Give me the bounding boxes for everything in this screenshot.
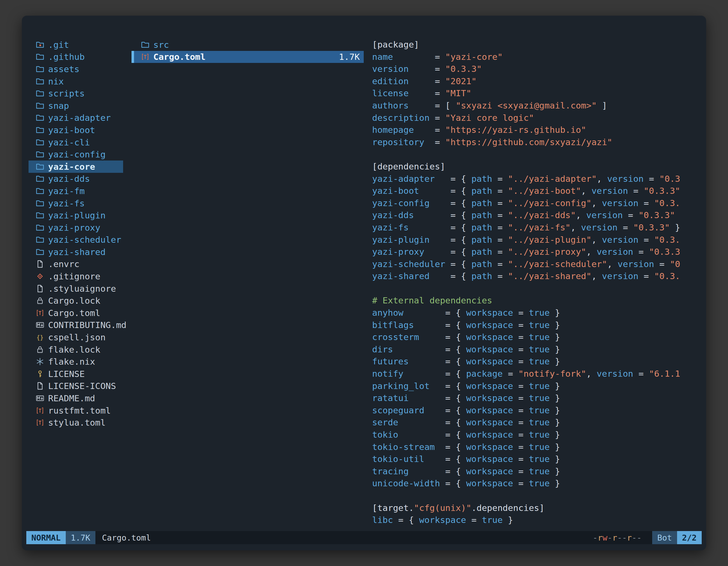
preview-line: yazi-fs = { path = "../yazi-fs", version… [372,222,694,234]
list-item[interactable]: {}cspell.json [29,331,123,343]
lock-icon [36,296,44,305]
list-item[interactable]: Cargo.toml [29,307,123,319]
list-item[interactable]: yazi-shared [29,246,123,258]
preview-line: tokio-util = { workspace = true } [372,453,694,465]
file-name: yazi-adapter [48,113,111,123]
file-name: CONTRIBUTING.md [48,320,126,330]
list-item[interactable]: yazi-config [29,148,123,161]
toml-icon [36,418,44,427]
preview-line: scopeguard = { workspace = true } [372,404,694,417]
preview-line: license = "MIT" [372,87,694,100]
file-name: flake.lock [48,344,100,354]
folder-icon [36,163,44,171]
list-item[interactable]: CONTRIBUTING.md [29,319,123,331]
file-name: LICENSE-ICONS [48,381,116,391]
list-item[interactable]: yazi-proxy [29,222,123,234]
folder-icon [36,236,44,244]
list-item[interactable]: assets [29,63,123,75]
terminal-window: .git.githubassetsnixscriptssnapyazi-adap… [22,16,706,550]
file-name: yazi-scheduler [48,235,121,245]
list-item[interactable]: yazi-boot [29,124,123,136]
file-name: LICENSE [48,369,85,379]
list-item[interactable]: flake.lock [29,343,123,356]
preview-line: yazi-dds = { path = "../yazi-dds", versi… [372,209,694,222]
file-name: snap [48,101,69,111]
file-name: Cargo.lock [48,295,100,305]
file-name: yazi-cli [48,137,90,147]
list-item[interactable]: nix [29,75,123,88]
list-item[interactable]: .gitignore [29,270,123,283]
folder-icon [36,211,44,220]
list-item[interactable]: yazi-plugin [29,209,123,222]
folder-icon [36,150,44,159]
list-item[interactable]: LICENSE-ICONS [29,380,123,392]
counter-badge: 2/2 [677,531,702,544]
list-item[interactable]: flake.nix [29,355,123,368]
folder-icon [36,65,44,73]
preview-line: crossterm = { workspace = true } [372,331,694,343]
preview-line: edition = "2021" [372,75,694,88]
markdown-icon [36,321,44,329]
list-item[interactable]: yazi-core [29,161,123,173]
git-folder-icon [36,41,44,49]
permissions-label: -rw-r--r-- [593,531,642,544]
preview-line: yazi-plugin = { path = "../yazi-plugin",… [372,234,694,246]
list-item[interactable]: scripts [29,87,123,100]
folder-icon [36,187,44,195]
list-item[interactable]: yazi-adapter [29,112,123,124]
json-icon: {} [36,333,44,341]
preview-line: name = "yazi-core" [372,51,694,63]
list-item[interactable]: LICENSE [29,368,123,380]
list-item[interactable]: .git [29,39,123,51]
list-item[interactable]: .styluaignore [29,283,123,295]
list-item[interactable]: .github [29,51,123,63]
file-icon [36,382,44,390]
list-item[interactable]: Cargo.toml1.7K [131,51,364,63]
file-name: cspell.json [48,332,105,342]
list-item[interactable]: yazi-cli [29,136,123,149]
filename-label: Cargo.toml [102,531,151,544]
preview-line: authors = [ "sxyazi <sxyazi@gmail.com>" … [372,100,694,112]
preview-line: homepage = "https://yazi-rs.github.io" [372,124,694,136]
list-item[interactable]: Cargo.lock [29,294,123,307]
position-badge: Bot [652,531,677,544]
preview-line: dirs = { workspace = true } [372,343,694,356]
preview-line: serde = { workspace = true } [372,416,694,429]
preview-line: libc = { workspace = true } [372,514,694,525]
file-name: stylua.toml [48,417,105,427]
list-item[interactable]: snap [29,100,123,112]
folder-icon [36,224,44,232]
file-name: rustfmt.toml [48,405,111,415]
list-item[interactable]: .envrc [29,258,123,271]
file-name: yazi-fm [48,186,85,196]
preview-line: [target."cfg(unix)".dependencies] [372,502,694,514]
file-name: yazi-fs [48,198,85,208]
file-name: .git [48,40,69,50]
list-item[interactable]: README.md [29,392,123,404]
git-icon [36,272,44,281]
file-name: yazi-core [48,162,95,172]
folder-icon [141,41,149,49]
folder-icon [36,102,44,110]
nix-icon [36,357,44,366]
list-item[interactable]: src [131,39,364,51]
file-name: nix [48,76,64,86]
svg-text:{}: {} [37,334,44,341]
preview-line: [dependencies] [372,161,694,173]
preview-line: tracing = { workspace = true } [372,465,694,478]
file-name: .github [48,52,85,62]
list-item[interactable]: yazi-scheduler [29,234,123,246]
file-name: yazi-plugin [48,210,105,220]
list-item[interactable]: rustfmt.toml [29,404,123,417]
list-item[interactable]: stylua.toml [29,416,123,429]
folder-icon [36,199,44,208]
folder-icon [36,114,44,122]
preview-line: bitflags = { workspace = true } [372,319,694,331]
list-item[interactable]: yazi-fm [29,185,123,197]
preview-line: yazi-boot = { path = "../yazi-boot", ver… [372,185,694,197]
list-item[interactable]: yazi-dds [29,173,123,185]
preview-line: tokio = { workspace = true } [372,429,694,441]
list-item[interactable]: yazi-fs [29,197,123,210]
status-bar: NORMAL 1.7K Cargo.toml -rw-r--r-- Bot 2/… [26,531,702,544]
preview-line [372,283,694,295]
